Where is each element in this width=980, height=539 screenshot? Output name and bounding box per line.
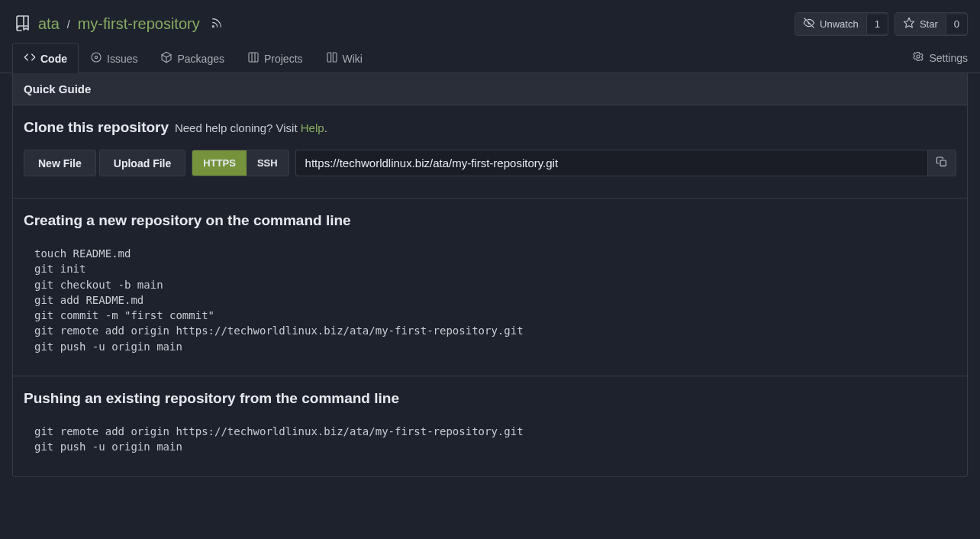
unwatch-button[interactable]: Unwatch (795, 13, 866, 35)
push-repo-code[interactable]: git remote add origin https://techworldl… (24, 424, 956, 455)
new-file-button[interactable]: New File (24, 150, 96, 176)
repo-title: ata / my-first-repository (14, 14, 223, 34)
repo-owner-link[interactable]: ata (38, 15, 60, 33)
tab-settings[interactable]: Settings (901, 43, 968, 73)
watch-count[interactable]: 1 (866, 15, 888, 34)
tab-wiki[interactable]: Wiki (314, 43, 374, 73)
tab-projects-label: Projects (264, 53, 303, 65)
proto-https-button[interactable]: HTTPS (192, 150, 247, 176)
help-link[interactable]: Help (301, 121, 324, 134)
star-icon (903, 17, 915, 31)
clone-url-input[interactable] (295, 150, 927, 176)
proto-ssh-button[interactable]: SSH (247, 150, 289, 176)
issues-icon (90, 51, 102, 66)
copy-url-button[interactable] (927, 150, 956, 176)
svg-marker-1 (904, 18, 914, 27)
star-count[interactable]: 0 (946, 15, 967, 34)
upload-file-button[interactable]: Upload File (99, 150, 185, 176)
tab-code[interactable]: Code (12, 43, 79, 73)
push-repo-title: Pushing an existing repository from the … (24, 390, 956, 407)
tab-projects[interactable]: Projects (236, 43, 314, 73)
svg-point-0 (212, 26, 214, 27)
star-label: Star (920, 18, 938, 30)
projects-icon (247, 51, 260, 66)
watch-label: Unwatch (820, 18, 859, 30)
star-button[interactable]: Star (895, 13, 946, 35)
clone-controls: New File Upload File HTTPS SSH (24, 150, 956, 176)
tab-packages[interactable]: Packages (149, 43, 235, 73)
clone-title: Clone this repository (24, 119, 169, 135)
rss-icon[interactable] (206, 17, 223, 31)
svg-rect-8 (940, 160, 946, 166)
slash-separator: / (67, 18, 70, 31)
svg-point-3 (95, 56, 97, 58)
tabs-left: Code Issues Packages Projects Wiki (12, 42, 374, 73)
tab-issues[interactable]: Issues (79, 43, 149, 73)
svg-point-2 (92, 53, 101, 62)
tab-packages-label: Packages (177, 53, 224, 65)
push-repo-section: Pushing an existing repository from the … (13, 376, 967, 476)
packages-icon (160, 51, 172, 66)
code-icon (24, 51, 36, 66)
tab-code-label: Code (40, 53, 67, 65)
quick-guide-panel: Quick Guide Clone this repository Need h… (12, 73, 968, 477)
svg-rect-4 (249, 53, 258, 62)
repo-header: ata / my-first-repository Unwatch 1 Star (0, 0, 980, 42)
svg-point-7 (917, 55, 920, 58)
content: Quick Guide Clone this repository Need h… (0, 73, 980, 477)
settings-icon (912, 50, 924, 65)
quick-guide-header: Quick Guide (13, 73, 967, 105)
repo-icon (14, 14, 32, 34)
repo-tabs: Code Issues Packages Projects Wiki Setti… (0, 42, 980, 73)
repo-name-link[interactable]: my-first-repository (78, 15, 200, 33)
tab-settings-label: Settings (929, 52, 968, 64)
create-repo-code[interactable]: touch README.md git init git checkout -b… (24, 246, 956, 354)
star-group: Star 0 (895, 12, 968, 36)
clone-subtitle: Need help cloning? Visit Help. (175, 121, 327, 134)
watch-group: Unwatch 1 (795, 12, 888, 36)
tab-issues-label: Issues (107, 53, 137, 65)
clone-sub-pre: Need help cloning? Visit (175, 121, 301, 134)
eye-off-icon (803, 17, 815, 31)
copy-icon (936, 156, 948, 170)
protocol-toggle: HTTPS SSH (192, 150, 289, 176)
clone-sub-post: . (324, 121, 327, 134)
repo-actions: Unwatch 1 Star 0 (795, 12, 968, 36)
clone-section: Clone this repository Need help cloning?… (13, 105, 967, 198)
create-repo-title: Creating a new repository on the command… (24, 212, 956, 229)
tab-wiki-label: Wiki (343, 53, 363, 65)
clone-url-row (295, 150, 956, 176)
wiki-icon (326, 51, 338, 66)
create-repo-section: Creating a new repository on the command… (13, 198, 967, 376)
